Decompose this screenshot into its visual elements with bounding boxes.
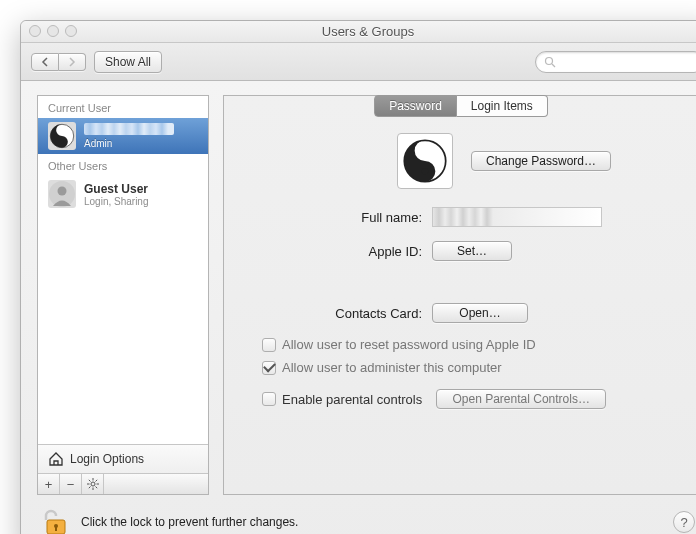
row-contacts-card: Contacts Card: Open…	[242, 303, 680, 323]
tab-password[interactable]: Password	[374, 95, 457, 117]
tab-login-items[interactable]: Login Items	[457, 95, 548, 117]
open-contacts-button[interactable]: Open…	[432, 303, 528, 323]
checkbox-row-administer[interactable]: Allow user to administer this computer	[262, 360, 680, 375]
login-options-label: Login Options	[70, 452, 144, 466]
sidebar-item-current-user[interactable]: Admin	[38, 118, 208, 154]
svg-point-17	[422, 147, 428, 153]
main: Current User Admin	[37, 95, 696, 495]
svg-point-3	[60, 129, 63, 132]
row-full-name: Full name:	[242, 207, 680, 227]
login-options-button[interactable]: Login Options	[38, 445, 208, 474]
toolbar: Show All	[21, 43, 696, 81]
checkbox-label: Allow user to reset password using Apple…	[282, 337, 536, 352]
svg-point-4	[60, 140, 63, 143]
sidebar-heading-current: Current User	[38, 96, 208, 118]
user-role: Admin	[84, 138, 174, 149]
avatar-row: Change Password…	[242, 133, 680, 189]
search-field[interactable]	[535, 51, 696, 73]
user-sidebar: Current User Admin	[37, 95, 209, 495]
checkbox-reset-password[interactable]	[262, 338, 276, 352]
help-button[interactable]: ?	[673, 511, 695, 533]
remove-user-button[interactable]: −	[60, 474, 82, 494]
content: Current User Admin	[21, 81, 696, 534]
yinyang-icon	[49, 123, 75, 149]
chevron-left-icon	[40, 57, 50, 67]
row-apple-id: Apple ID: Set…	[242, 241, 680, 261]
svg-line-1	[552, 64, 555, 67]
svg-line-12	[88, 480, 90, 482]
checkbox-parental[interactable]	[262, 392, 276, 406]
set-apple-id-button[interactable]: Set…	[432, 241, 512, 261]
svg-point-18	[422, 168, 428, 174]
show-all-button[interactable]: Show All	[94, 51, 162, 73]
checkbox-label: Enable parental controls	[282, 392, 422, 407]
user-avatar-icon	[48, 122, 76, 150]
lock-button[interactable]	[41, 507, 71, 534]
gear-icon	[87, 478, 99, 490]
label-contacts-card: Contacts Card:	[242, 306, 422, 321]
window-controls	[29, 25, 77, 37]
svg-point-6	[58, 187, 67, 196]
label-full-name: Full name:	[242, 210, 422, 225]
checkbox-row-reset-password[interactable]: Allow user to reset password using Apple…	[262, 337, 680, 352]
nav-buttons	[31, 53, 86, 71]
tabbar: Password Login Items	[224, 95, 696, 117]
lock-text: Click the lock to prevent further change…	[81, 515, 298, 529]
guest-avatar-icon	[48, 180, 76, 208]
house-icon	[48, 451, 64, 467]
action-menu-button[interactable]	[82, 474, 104, 494]
svg-line-14	[88, 487, 90, 489]
sidebar-heading-other: Other Users	[38, 154, 208, 176]
checkbox-administer[interactable]	[262, 361, 276, 375]
footer: Click the lock to prevent further change…	[37, 505, 696, 534]
open-parental-controls-button[interactable]: Open Parental Controls…	[436, 389, 606, 409]
account-picture[interactable]	[397, 133, 453, 189]
search-input[interactable]	[560, 54, 696, 70]
sidebar-controls: + −	[38, 474, 208, 494]
detail-pane: Password Login Items Change	[223, 95, 696, 495]
unlocked-lock-icon	[43, 508, 69, 534]
svg-line-13	[95, 487, 97, 489]
pane-body: Change Password… Full name: Apple ID: Se…	[224, 117, 696, 494]
sidebar-item-guest-user[interactable]: Guest User Login, Sharing	[38, 176, 208, 212]
change-password-button[interactable]: Change Password…	[471, 151, 611, 171]
prefpane-window: Users & Groups Show All Current User	[20, 20, 696, 534]
person-silhouette-icon	[49, 181, 75, 207]
minimize-window-icon[interactable]	[47, 25, 59, 37]
checkbox-row-parental[interactable]: Enable parental controls Open Parental C…	[262, 389, 680, 409]
window-title: Users & Groups	[322, 24, 414, 39]
back-button[interactable]	[31, 53, 59, 71]
svg-rect-22	[55, 526, 57, 531]
add-user-button[interactable]: +	[38, 474, 60, 494]
full-name-field[interactable]	[432, 207, 602, 227]
checkbox-label: Allow user to administer this computer	[282, 360, 502, 375]
svg-point-7	[91, 482, 95, 486]
search-icon	[544, 56, 556, 68]
user-info: Admin	[84, 123, 174, 149]
user-info: Guest User Login, Sharing	[84, 182, 149, 207]
yinyang-icon	[402, 138, 448, 184]
guest-name: Guest User	[84, 182, 149, 196]
close-window-icon[interactable]	[29, 25, 41, 37]
svg-line-15	[95, 480, 97, 482]
titlebar: Users & Groups	[21, 21, 696, 43]
svg-point-0	[546, 57, 553, 64]
guest-sub: Login, Sharing	[84, 196, 149, 207]
user-name-redacted	[84, 123, 174, 135]
zoom-window-icon[interactable]	[65, 25, 77, 37]
chevron-right-icon	[67, 57, 77, 67]
label-apple-id: Apple ID:	[242, 244, 422, 259]
forward-button[interactable]	[59, 53, 86, 71]
sidebar-footer: Login Options + −	[38, 444, 208, 494]
